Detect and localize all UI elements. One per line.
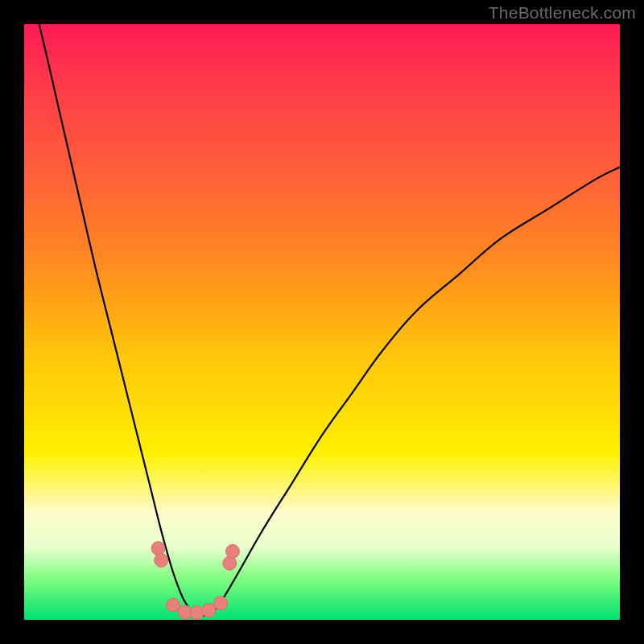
data-marker <box>167 598 180 612</box>
chart-svg <box>24 24 620 620</box>
data-markers <box>151 542 240 620</box>
data-marker <box>190 606 204 620</box>
data-marker <box>226 544 240 558</box>
bottleneck-curve <box>24 0 620 616</box>
data-marker <box>223 556 237 570</box>
data-marker <box>202 604 216 617</box>
data-marker <box>155 554 168 568</box>
data-marker <box>214 597 228 610</box>
watermark-text: TheBottleneck.com <box>489 3 636 23</box>
data-marker <box>151 542 165 555</box>
chart-frame: TheBottleneck.com <box>0 0 644 644</box>
